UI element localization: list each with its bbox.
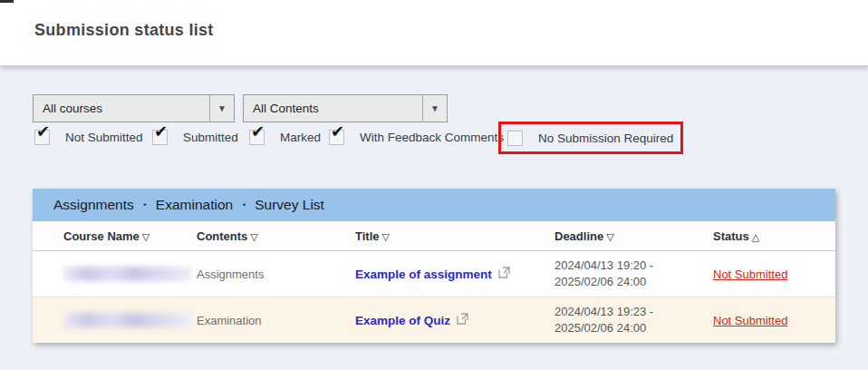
table-title: Assignments ・ Examination ・ Survey List xyxy=(53,196,324,215)
column-header-title[interactable]: Title▽ xyxy=(355,229,555,243)
table-header-row: Course Name▽ Contents▽ Title▽ Deadline▽ … xyxy=(33,221,835,251)
status-cell: Not Submitted xyxy=(713,314,835,327)
sort-icon[interactable]: ▽ xyxy=(382,231,390,242)
checkbox-label: Submitted xyxy=(183,131,238,144)
column-header-status[interactable]: Status△ xyxy=(713,229,835,243)
deadline-cell: 2024/04/13 19:20 - 2025/02/06 24:00 xyxy=(555,258,713,289)
column-header-contents[interactable]: Contents▽ xyxy=(197,229,355,243)
checkbox-marked[interactable]: ✔ xyxy=(249,130,265,145)
sort-icon[interactable]: ▽ xyxy=(142,231,149,242)
contents-cell: Examination xyxy=(197,314,355,327)
course-name-cell xyxy=(33,267,197,281)
checkmark-icon: ✔ xyxy=(36,123,50,140)
external-link-icon xyxy=(498,267,510,281)
checkmark-icon: ✔ xyxy=(251,123,265,140)
checkmark-icon: ✔ xyxy=(154,123,168,140)
submission-table: Assignments ・ Examination ・ Survey List … xyxy=(33,189,835,343)
checkbox-label: With Feedback Comments xyxy=(360,131,504,144)
redacted-course-name xyxy=(63,267,191,281)
filter-with-feedback-comments: ✔ With Feedback Comments xyxy=(329,126,504,148)
column-header-deadline[interactable]: Deadline▽ xyxy=(555,229,713,243)
table-row: Assignments Example of assignment 2024/0… xyxy=(33,251,835,297)
checkbox-label: No Submission Required xyxy=(538,131,673,145)
table-title-bar: Assignments ・ Examination ・ Survey List xyxy=(33,189,835,221)
sort-icon[interactable]: ▽ xyxy=(250,231,257,242)
checkbox-no-submission-required[interactable]: ✔ xyxy=(507,131,523,146)
checkbox-with-feedback-comments[interactable]: ✔ xyxy=(329,130,344,145)
sort-icon[interactable]: △ xyxy=(752,231,759,242)
status-cell: Not Submitted xyxy=(713,268,835,281)
checkbox-label: Not Submitted xyxy=(65,131,143,144)
checkbox-not-submitted[interactable]: ✔ xyxy=(34,130,50,145)
redacted-course-name xyxy=(63,313,191,327)
title-cell: Example of assignment xyxy=(355,267,555,281)
page-title: Submission status list xyxy=(34,21,214,40)
window-edge-fragment xyxy=(0,0,14,3)
filter-marked: ✔ Marked xyxy=(249,126,321,148)
filter-submitted: ✔ Submitted xyxy=(152,126,238,148)
sort-icon[interactable]: ▽ xyxy=(606,231,613,242)
filter-not-submitted: ✔ Not Submitted xyxy=(34,126,143,148)
page-header: Submission status list xyxy=(0,0,868,66)
course-filter-value: All courses xyxy=(34,102,209,115)
contents-filter-value: All Contents xyxy=(244,102,422,115)
course-name-cell xyxy=(33,313,197,327)
deadline-cell: 2024/04/13 19:23 - 2025/02/06 24:00 xyxy=(555,304,713,336)
quiz-link[interactable]: Example of Quiz xyxy=(355,313,468,327)
contents-filter-dropdown[interactable]: All Contents ▼ xyxy=(243,94,448,122)
checkbox-label: Marked xyxy=(280,131,321,144)
dropdown-arrow-box[interactable]: ▼ xyxy=(209,95,234,122)
checkmark-icon: ✔ xyxy=(331,123,344,140)
filter-no-submission-required-highlighted: ✔ No Submission Required xyxy=(498,122,683,154)
course-filter-dropdown[interactable]: All courses ▼ xyxy=(33,94,235,122)
status-link[interactable]: Not Submitted xyxy=(713,268,787,281)
checkbox-submitted[interactable]: ✔ xyxy=(152,130,168,145)
contents-cell: Assignments xyxy=(197,268,355,281)
assignment-link[interactable]: Example of assignment xyxy=(355,267,510,281)
external-link-icon xyxy=(457,313,468,327)
column-header-course-name[interactable]: Course Name▽ xyxy=(33,229,197,243)
status-link[interactable]: Not Submitted xyxy=(713,314,787,327)
dropdown-arrow-box[interactable]: ▼ xyxy=(422,95,447,122)
chevron-down-icon: ▼ xyxy=(430,103,439,113)
title-cell: Example of Quiz xyxy=(355,313,555,327)
chevron-down-icon: ▼ xyxy=(217,103,227,113)
table-row: Examination Example of Quiz 2024/04/13 1… xyxy=(33,297,835,343)
